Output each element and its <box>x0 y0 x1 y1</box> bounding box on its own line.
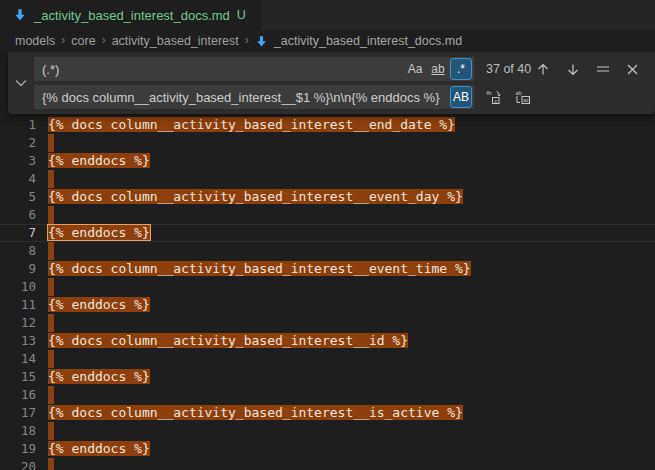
chevron-right-icon: › <box>245 33 249 47</box>
empty-line-find-match <box>48 350 54 368</box>
breadcrumb-item-file[interactable]: _activity_based_interest_docs.md <box>255 34 462 48</box>
line-content[interactable] <box>48 314 54 332</box>
editor-line[interactable]: 15{% enddocs %} <box>0 368 655 386</box>
editor-lines: 1{% docs column__activity_based_interest… <box>0 52 655 470</box>
line-number[interactable]: 8 <box>0 242 36 260</box>
breadcrumb-item-core[interactable]: core <box>71 34 95 48</box>
arrow-up-icon <box>537 63 549 76</box>
line-number[interactable]: 2 <box>0 134 36 152</box>
replace-button[interactable]: fb c <box>483 87 504 108</box>
line-content[interactable]: {% enddocs %} <box>48 440 150 458</box>
breadcrumb: models › core › activity_based_interest … <box>0 30 655 52</box>
breadcrumb-item-activity-based-interest[interactable]: activity_based_interest <box>112 34 239 48</box>
previous-match-button[interactable] <box>532 59 553 80</box>
line-number[interactable]: 16 <box>0 386 36 404</box>
find-match: {% docs column__activity_based_interest_… <box>48 405 463 420</box>
current-find-match: {% enddocs %} <box>48 225 150 240</box>
empty-line-find-match <box>48 314 54 332</box>
toggle-replace-button[interactable] <box>8 57 34 109</box>
markdown-file-icon <box>255 35 268 48</box>
editor-line[interactable]: 6 <box>0 206 655 224</box>
search-input[interactable] <box>36 57 402 81</box>
editor-line[interactable]: 16 <box>0 386 655 404</box>
line-content[interactable]: {% enddocs %} <box>48 368 150 386</box>
replace-actions: fb c ab ac <box>483 87 533 108</box>
find-match: {% docs column__activity_based_interest_… <box>48 117 455 132</box>
editor-line[interactable]: 2 <box>0 134 655 152</box>
line-content[interactable] <box>48 422 54 440</box>
line-number[interactable]: 10 <box>0 278 36 296</box>
replace-input[interactable] <box>36 85 448 109</box>
editor-line[interactable]: 13{% docs column__activity_based_interes… <box>0 332 655 350</box>
line-number[interactable]: 9 <box>0 260 36 278</box>
empty-line-find-match <box>48 242 54 260</box>
line-content[interactable]: {% docs column__activity_based_interest_… <box>48 116 455 134</box>
line-content[interactable]: {% docs column__activity_based_interest_… <box>48 260 471 278</box>
tab-title: _activity_based_interest_docs.md <box>34 8 230 23</box>
git-status-badge: U <box>237 8 246 22</box>
replace-all-button[interactable]: ab ac <box>512 87 533 108</box>
tab-active-file[interactable]: _activity_based_interest_docs.md U <box>0 0 262 30</box>
breadcrumb-item-models[interactable]: models <box>15 34 55 48</box>
breadcrumb-file-label: _activity_based_interest_docs.md <box>274 34 462 48</box>
line-number[interactable]: 11 <box>0 296 36 314</box>
line-number[interactable]: 12 <box>0 314 36 332</box>
editor-line[interactable]: 12 <box>0 314 655 332</box>
markdown-file-icon <box>13 8 27 22</box>
whole-word-toggle[interactable]: ab <box>428 59 448 79</box>
line-number[interactable]: 6 <box>0 206 36 224</box>
next-match-button[interactable] <box>562 59 583 80</box>
find-row: Aa ab .* 37 of 40 <box>34 57 647 81</box>
line-content[interactable]: {% docs column__activity_based_interest_… <box>48 404 463 422</box>
line-content[interactable] <box>48 386 54 404</box>
editor-line[interactable]: 10 <box>0 278 655 296</box>
line-number[interactable]: 18 <box>0 422 36 440</box>
editor-line[interactable]: 5{% docs column__activity_based_interest… <box>0 188 655 206</box>
line-content[interactable] <box>48 206 54 224</box>
editor-line[interactable]: 3{% enddocs %} <box>0 152 655 170</box>
editor-line[interactable]: 17{% docs column__activity_based_interes… <box>0 404 655 422</box>
editor-pane: Aa ab .* 37 of 40 <box>0 52 655 470</box>
replace-icon: fb c <box>486 89 502 105</box>
find-in-selection-button[interactable] <box>592 59 613 80</box>
close-find-button[interactable] <box>622 59 643 80</box>
line-content[interactable] <box>48 170 54 188</box>
editor-line[interactable]: 20 <box>0 458 655 470</box>
line-number[interactable]: 7 <box>0 224 36 242</box>
line-number[interactable]: 17 <box>0 404 36 422</box>
line-number[interactable]: 14 <box>0 350 36 368</box>
line-number[interactable]: 19 <box>0 440 36 458</box>
line-content[interactable]: {% enddocs %} <box>48 296 150 314</box>
line-number[interactable]: 20 <box>0 458 36 470</box>
line-number[interactable]: 13 <box>0 332 36 350</box>
line-number[interactable]: 4 <box>0 170 36 188</box>
line-content[interactable]: {% enddocs %} <box>48 224 150 242</box>
line-content[interactable] <box>48 278 54 296</box>
editor-line[interactable]: 11{% enddocs %} <box>0 296 655 314</box>
line-content[interactable]: {% enddocs %} <box>48 152 150 170</box>
empty-line-find-match <box>48 134 54 152</box>
editor-line[interactable]: 7{% enddocs %} <box>0 224 655 242</box>
line-content[interactable]: {% docs column__activity_based_interest_… <box>48 188 463 206</box>
editor-line[interactable]: 1{% docs column__activity_based_interest… <box>0 116 655 134</box>
line-number[interactable]: 15 <box>0 368 36 386</box>
svg-text:fb: fb <box>486 90 492 96</box>
line-content[interactable] <box>48 134 54 152</box>
line-content[interactable] <box>48 242 54 260</box>
editor-line[interactable]: 18 <box>0 422 655 440</box>
line-content[interactable] <box>48 458 54 470</box>
regex-toggle[interactable]: .* <box>451 59 471 79</box>
match-case-toggle[interactable]: Aa <box>405 59 425 79</box>
line-number[interactable]: 1 <box>0 116 36 134</box>
editor-line[interactable]: 9{% docs column__activity_based_interest… <box>0 260 655 278</box>
editor-line[interactable]: 4 <box>0 170 655 188</box>
line-number[interactable]: 3 <box>0 152 36 170</box>
preserve-case-toggle[interactable]: AB <box>451 87 471 107</box>
editor-line[interactable]: 14 <box>0 350 655 368</box>
editor-line[interactable]: 19{% enddocs %} <box>0 440 655 458</box>
line-content[interactable] <box>48 350 54 368</box>
empty-line-find-match <box>48 206 54 224</box>
line-content[interactable]: {% docs column__activity_based_interest_… <box>48 332 408 350</box>
editor-line[interactable]: 8 <box>0 242 655 260</box>
line-number[interactable]: 5 <box>0 188 36 206</box>
